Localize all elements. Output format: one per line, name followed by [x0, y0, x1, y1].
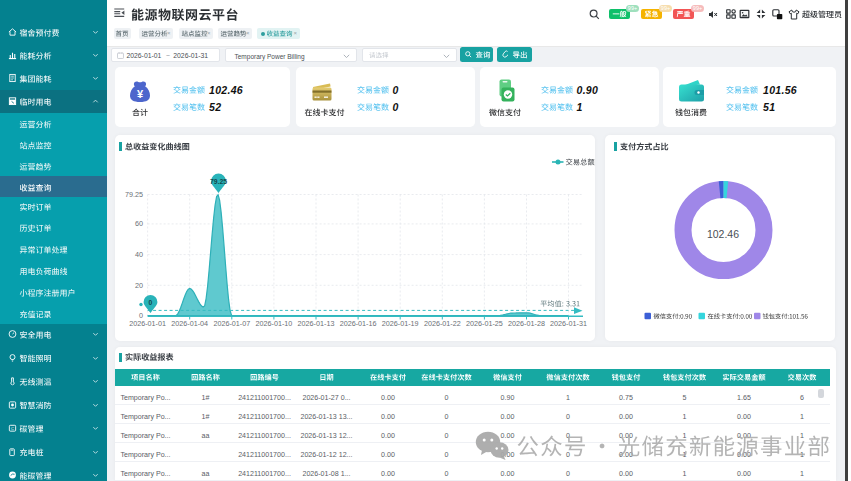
- svg-text:79.25: 79.25: [210, 178, 227, 185]
- svg-text:40: 40: [135, 250, 143, 259]
- svg-text:20: 20: [135, 281, 143, 290]
- svg-text:2026-01-10: 2026-01-10: [256, 319, 293, 328]
- svg-text:2026-01-25: 2026-01-25: [466, 319, 503, 328]
- svg-text:2026-01-28: 2026-01-28: [508, 319, 545, 328]
- svg-text:C: C: [11, 426, 14, 431]
- svg-text:2026-01-04: 2026-01-04: [171, 319, 208, 328]
- svg-text:2026-01-19: 2026-01-19: [382, 319, 419, 328]
- svg-text:0: 0: [149, 299, 153, 306]
- svg-text:2026-01-07: 2026-01-07: [213, 319, 250, 328]
- svg-text:2026-01-01: 2026-01-01: [129, 319, 166, 328]
- svg-text:2026-01-16: 2026-01-16: [340, 319, 377, 328]
- svg-text:79.25: 79.25: [125, 190, 143, 199]
- svg-text:102.46: 102.46: [706, 228, 738, 240]
- svg-text:60: 60: [135, 219, 143, 228]
- svg-text:2026-01-31: 2026-01-31: [550, 319, 587, 328]
- svg-text:2026-01-22: 2026-01-22: [424, 319, 461, 328]
- svg-text:2026-01-13: 2026-01-13: [298, 319, 335, 328]
- svg-text:¥: ¥: [137, 88, 144, 100]
